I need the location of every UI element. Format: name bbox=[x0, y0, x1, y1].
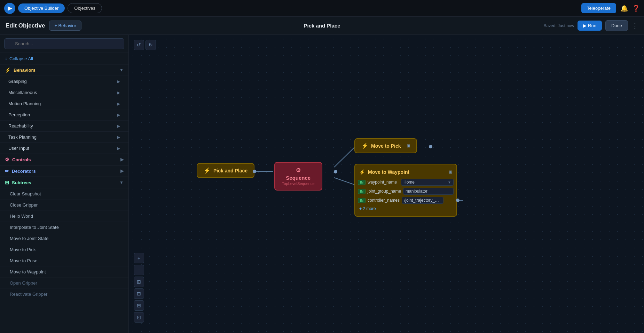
reactivate-gripper-label: Reactivate Gripper bbox=[10, 292, 47, 297]
run-button[interactable]: ▶ Run bbox=[578, 21, 602, 31]
sequence-sublabel: TopLevelSequence bbox=[282, 181, 315, 186]
sidebar-item-open-gripper[interactable]: Open Gripper bbox=[0, 277, 128, 288]
move-pick-label: Move to Pick bbox=[10, 247, 36, 252]
behaviors-icon: ⚡ bbox=[5, 67, 11, 73]
controls-icon: ⚙ bbox=[5, 157, 9, 162]
grasping-label: Grasping bbox=[8, 79, 27, 84]
search-box: 🔍 bbox=[0, 35, 128, 53]
sidebar-item-move-joint-state[interactable]: Move to Joint State bbox=[0, 233, 128, 244]
controller-names-value[interactable]: /joint_trajectory_controller /ro bbox=[402, 197, 443, 204]
waypoint-name-label: waypoint_name bbox=[368, 180, 399, 185]
sidebar-item-perception[interactable]: Perception ▶ bbox=[0, 109, 128, 120]
sidebar-item-user-input[interactable]: User Input ▶ bbox=[0, 142, 128, 154]
search-input[interactable] bbox=[4, 38, 124, 49]
hello-world-label: Hello World bbox=[10, 214, 33, 219]
node-move-pick[interactable]: ⚡ Move to Pick ⊞ bbox=[354, 138, 417, 153]
controller-names-val-text: /joint_trajectory_controller /ro bbox=[404, 198, 441, 203]
done-button[interactable]: Done bbox=[605, 20, 628, 31]
waypoint-name-field: IN waypoint_name Home ▼ bbox=[355, 178, 456, 187]
sidebar-item-close-gripper[interactable]: Close Gripper bbox=[0, 199, 128, 210]
svg-line-2 bbox=[334, 178, 354, 185]
sidebar-item-move-pick[interactable]: Move to Pick bbox=[0, 244, 128, 255]
tab-objective-builder[interactable]: Objective Builder bbox=[18, 3, 65, 13]
node-pick-place[interactable]: ⚡ Pick and Place bbox=[197, 163, 254, 178]
perception-arrow: ▶ bbox=[117, 113, 120, 117]
collapse-button[interactable]: ⊟ bbox=[134, 288, 144, 299]
sidebar-item-grasping[interactable]: Grasping ▶ bbox=[0, 76, 128, 87]
sidebar-item-interpolate-joint-state[interactable]: Interpolate to Joint State bbox=[0, 222, 128, 233]
svg-line-1 bbox=[334, 147, 354, 167]
teleoperate-button[interactable]: Teleoperate bbox=[581, 3, 616, 13]
user-input-label: User Input bbox=[8, 146, 29, 151]
controller-names-badge: IN bbox=[358, 198, 366, 203]
joint-group-value[interactable]: manipulator bbox=[403, 188, 454, 195]
undo-button[interactable]: ↺ bbox=[134, 40, 144, 50]
connector-move-pick-out bbox=[429, 145, 432, 148]
header-title-section: Edit Objective + Behavior bbox=[6, 21, 164, 31]
sidebar-item-reactivate-gripper[interactable]: Reactivate Gripper bbox=[0, 288, 128, 300]
section-controls[interactable]: ⚙ Controls ▶ bbox=[0, 154, 128, 165]
node-move-waypoint[interactable]: ⚡ Move to Waypoint ⊞ IN waypoint_name Ho… bbox=[354, 164, 457, 217]
sidebar-item-hello-world[interactable]: Hello World bbox=[0, 210, 128, 222]
close-gripper-label: Close Gripper bbox=[10, 202, 38, 208]
misc-label: Miscellaneous bbox=[8, 90, 37, 95]
move-waypoint-expand-icon[interactable]: ⊞ bbox=[449, 170, 452, 175]
canvas-toolbar-side: + − ⊞ ⊟ ⊟ ⊡ bbox=[134, 253, 144, 323]
objective-name: Pick and Place bbox=[164, 23, 480, 29]
connector-seq-out bbox=[334, 170, 337, 173]
joint-group-badge: IN bbox=[358, 189, 366, 194]
redo-button[interactable]: ↻ bbox=[146, 40, 156, 50]
sidebar-item-task-planning[interactable]: Task Planning ▶ bbox=[0, 131, 128, 142]
perception-label: Perception bbox=[8, 112, 30, 117]
reachability-label: Reachability bbox=[8, 123, 33, 129]
collapse-all-icon: ↕ bbox=[5, 56, 7, 61]
move-pick-expand-icon[interactable]: ⊞ bbox=[407, 144, 410, 148]
bell-icon[interactable]: 🔔 bbox=[620, 5, 628, 12]
subtrees-label: Subtrees bbox=[12, 180, 31, 185]
save-status: Saved: Just now bbox=[543, 23, 574, 28]
sidebar-item-clear-snapshot[interactable]: Clear Snapshot bbox=[0, 188, 128, 199]
header-right: Saved: Just now ▶ Run Done ⋮ bbox=[480, 20, 639, 31]
clear-snapshot-label: Clear Snapshot bbox=[10, 191, 41, 196]
grid-button[interactable]: ⊟ bbox=[134, 300, 144, 311]
sidebar-item-motion-planning[interactable]: Motion Planning ▶ bbox=[0, 98, 128, 109]
fit-button[interactable]: ⊞ bbox=[134, 277, 144, 287]
controls-arrow: ▶ bbox=[120, 157, 124, 162]
behaviors-label: Behaviors bbox=[14, 68, 36, 73]
waypoint-name-value[interactable]: Home ▼ bbox=[401, 179, 454, 186]
decorators-label: Decorators bbox=[12, 169, 36, 174]
section-decorators[interactable]: ✏ Decorators ▶ bbox=[0, 165, 128, 177]
collapse-all-button[interactable]: ↕ Collapse All bbox=[0, 53, 128, 64]
node-sequence[interactable]: ⚙ Sequence TopLevelSequence bbox=[274, 162, 322, 191]
more-fields-link[interactable]: + 2 more bbox=[355, 205, 456, 212]
section-behaviors[interactable]: ⚡ Behaviors ▼ bbox=[0, 64, 128, 76]
section-subtrees[interactable]: ⊞ Subtrees ▼ bbox=[0, 177, 128, 188]
sidebar-item-reachability[interactable]: Reachability ▶ bbox=[0, 120, 128, 131]
motion-planning-label: Motion Planning bbox=[8, 101, 41, 106]
controller-names-field: IN controller_names /joint_trajectory_co… bbox=[355, 196, 456, 205]
motion-planning-arrow: ▶ bbox=[117, 101, 120, 106]
task-planning-arrow: ▶ bbox=[117, 135, 120, 140]
page-title: Edit Objective bbox=[6, 22, 45, 29]
sidebar-item-move-waypoint[interactable]: Move to Waypoint bbox=[0, 266, 128, 277]
sidebar-item-miscellaneous[interactable]: Miscellaneous ▶ bbox=[0, 87, 128, 98]
decorators-arrow: ▶ bbox=[120, 169, 124, 173]
sidebar: 🔍 ↕ Collapse All ⚡ Behaviors ▼ Grasping … bbox=[0, 35, 129, 333]
more-options-button[interactable]: ⋮ bbox=[631, 22, 638, 30]
add-behavior-button[interactable]: + Behavior bbox=[49, 21, 81, 31]
help-icon[interactable]: ❓ bbox=[632, 5, 640, 12]
canvas-toolbar-top: ↺ ↻ bbox=[134, 40, 156, 50]
app-logo[interactable]: ▶ bbox=[4, 3, 15, 14]
move-waypoint-label: Move to Waypoint bbox=[368, 169, 409, 175]
sidebar-item-move-pose[interactable]: Move to Pose bbox=[0, 255, 128, 266]
zoom-in-button[interactable]: + bbox=[134, 253, 144, 263]
zoom-out-button[interactable]: − bbox=[134, 265, 144, 275]
waypoint-name-badge: IN bbox=[358, 180, 366, 185]
waypoint-name-val-text: Home bbox=[403, 180, 415, 185]
frame-button[interactable]: ⊡ bbox=[134, 312, 144, 323]
tab-objectives[interactable]: Objectives bbox=[68, 3, 102, 13]
canvas-area[interactable]: ↺ ↻ ⚡ Pick and Place ⚙ Sequence TopLevel… bbox=[129, 35, 644, 333]
reachability-arrow: ▶ bbox=[117, 124, 120, 129]
connector-move-waypoint-out bbox=[456, 199, 460, 202]
controls-label: Controls bbox=[12, 157, 31, 162]
